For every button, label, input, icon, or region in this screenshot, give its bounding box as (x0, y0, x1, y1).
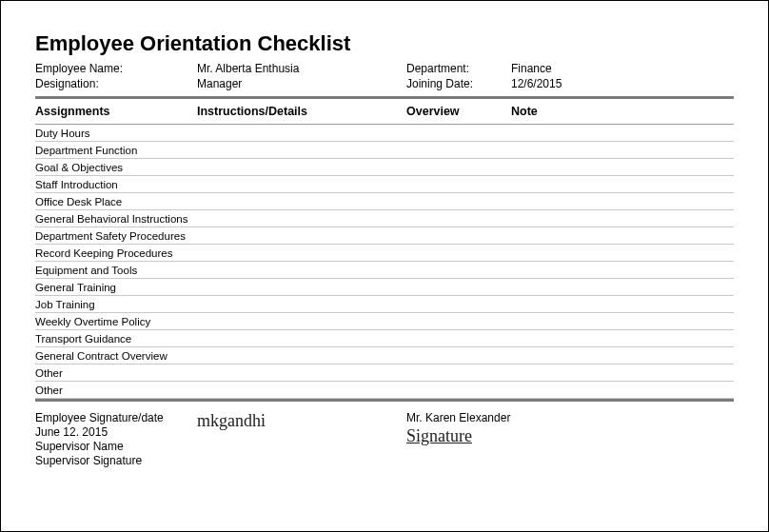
table-cell: Equipment and Tools (35, 265, 197, 276)
signature-handwritten-1: mkgandhi (197, 411, 406, 467)
employee-signature-date: June 12. 2015 (35, 425, 197, 439)
table-cell: Other (35, 384, 197, 396)
table-row: Other (35, 382, 734, 399)
table-row: Department Safety Procedures (35, 227, 734, 245)
signature-handwritten-2: Signature (406, 426, 606, 446)
joining-date-label: Joining Date: (406, 77, 511, 90)
footer: Employee Signature/date June 12. 2015 Su… (35, 411, 734, 467)
col-note: Note (511, 105, 606, 118)
table-row: Other (35, 365, 734, 382)
table-header: Assignments Instructions/Details Overvie… (35, 99, 734, 124)
designation-label: Designation: (35, 77, 197, 90)
table-cell: Office Desk Place (35, 196, 197, 207)
footer-right: Mr. Karen Elexander Signature (406, 411, 606, 467)
table-cell: Department Function (35, 145, 197, 156)
table-cell: Duty Hours (35, 128, 197, 139)
table-cell: Transport Guidance (35, 333, 197, 345)
supervisor-signature-label: Supervisor Signature (35, 454, 197, 467)
meta-grid: Employee Name: Mr. Alberta Enthusia Depa… (35, 62, 734, 90)
table-row: Duty Hours (35, 125, 734, 142)
table-cell: General Training (35, 282, 197, 293)
table-cell: General Contract Overview (35, 350, 197, 362)
table-cell: Department Safety Procedures (35, 230, 197, 242)
joining-date-value: 12/6/2015 (511, 77, 606, 90)
table-cell: Job Training (35, 299, 197, 310)
table-cell: General Behavioral Instructions (35, 213, 197, 225)
supervisor-name-label: Supervisor Name (35, 440, 197, 453)
department-label: Department: (406, 62, 511, 75)
table-row: General Training (35, 279, 734, 296)
table-row: Job Training (35, 296, 734, 313)
employee-name-label: Employee Name: (35, 62, 197, 75)
employee-name-value: Mr. Alberta Enthusia (197, 62, 406, 75)
table-row: Transport Guidance (35, 330, 734, 347)
table-cell: Record Keeping Procedures (35, 247, 197, 259)
department-value: Finance (511, 62, 606, 75)
table-cell: Weekly Overtime Policy (35, 316, 197, 327)
table-row: Office Desk Place (35, 193, 734, 210)
designation-value: Manager (197, 77, 406, 90)
col-overview: Overview (406, 105, 511, 118)
table-row: Equipment and Tools (35, 262, 734, 279)
table-row: Department Function (35, 142, 734, 159)
col-assignments: Assignments (35, 105, 197, 118)
table-cell: Goal & Objectives (35, 162, 197, 173)
col-instructions: Instructions/Details (197, 105, 406, 118)
employee-signature-label: Employee Signature/date (35, 411, 197, 424)
table-cell: Other (35, 367, 197, 379)
table-body: Duty HoursDepartment FunctionGoal & Obje… (35, 125, 734, 399)
bottom-rule (35, 399, 734, 402)
table-row: General Contract Overview (35, 347, 734, 365)
footer-left: Employee Signature/date June 12. 2015 Su… (35, 411, 197, 467)
table-row: Record Keeping Procedures (35, 245, 734, 262)
document-page: Employee Orientation Checklist Employee … (0, 0, 769, 532)
table-row: General Behavioral Instructions (35, 210, 734, 227)
table-row: Goal & Objectives (35, 159, 734, 176)
table-row: Staff Introduction (35, 176, 734, 193)
supervisor-name-value: Mr. Karen Elexander (406, 411, 606, 424)
page-title: Employee Orientation Checklist (35, 31, 734, 56)
table-cell: Staff Introduction (35, 179, 197, 190)
table-row: Weekly Overtime Policy (35, 313, 734, 330)
